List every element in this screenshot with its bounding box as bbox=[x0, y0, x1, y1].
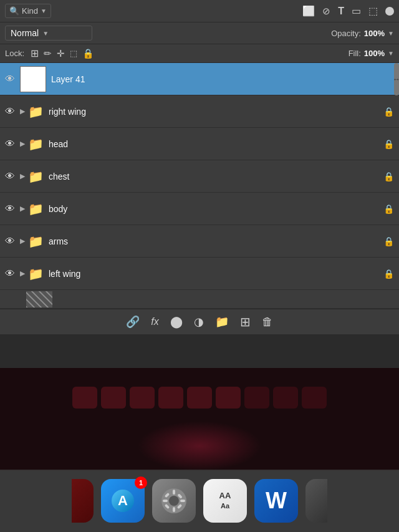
layer-item[interactable]: 👁 ▶ 📁 head 🔒 bbox=[0, 128, 399, 160]
canvas-area bbox=[0, 368, 399, 471]
lock-badge-icon: 🔒 bbox=[383, 236, 394, 246]
layer-name: left wing bbox=[49, 269, 383, 279]
lock-all-icon[interactable]: 🔒 bbox=[82, 48, 94, 59]
key bbox=[187, 387, 212, 409]
artboard-icon[interactable]: ⬚ bbox=[368, 5, 378, 17]
folder-icon: 📁 bbox=[28, 234, 44, 249]
svg-rect-5 bbox=[173, 507, 175, 512]
layer-name: head bbox=[49, 139, 383, 149]
visibility-icon[interactable]: 👁 bbox=[5, 106, 15, 117]
fx-button[interactable]: fx bbox=[151, 316, 158, 327]
visibility-icon[interactable]: 👁 bbox=[5, 203, 15, 215]
visibility-icon[interactable]: 👁 bbox=[5, 138, 15, 150]
key bbox=[273, 387, 298, 409]
new-group-icon[interactable]: 📁 bbox=[215, 315, 229, 329]
svg-rect-6 bbox=[163, 500, 168, 502]
layer-name: chest bbox=[49, 172, 383, 181]
layer-list: 👁 Layer 41 ↔ 👁 ▶ 📁 right wing 🔒 👁 ▶ 📁 he… bbox=[0, 63, 399, 290]
scroll-handle[interactable]: ↔ bbox=[394, 63, 399, 95]
expand-icon[interactable]: ▶ bbox=[20, 205, 25, 213]
layer-item[interactable]: 👁 ▶ 📁 chest 🔒 bbox=[0, 160, 399, 193]
dock-item-fontbook[interactable]: AAAa bbox=[203, 479, 247, 523]
layer-item[interactable]: 👁 ▶ 📁 left wing 🔒 bbox=[0, 258, 399, 290]
key bbox=[302, 387, 327, 409]
canvas-glow bbox=[137, 421, 262, 471]
fill-circle-icon[interactable]: ⬤ bbox=[170, 315, 183, 329]
lock-label: Lock: bbox=[5, 49, 24, 58]
layer-item[interactable]: 👁 ▶ 📁 right wing 🔒 bbox=[0, 95, 399, 128]
dock-item-settings[interactable] bbox=[152, 479, 196, 523]
lock-badge-icon: 🔒 bbox=[383, 139, 394, 149]
toolbar-row1: 🔍 Kind ▼ ⬜ ⊘ T ▭ ⬚ bbox=[0, 0, 399, 22]
dock-item-app-store[interactable]: A 1 bbox=[101, 479, 145, 523]
layer-name: arms bbox=[49, 236, 383, 246]
svg-text:A: A bbox=[118, 493, 128, 508]
expand-icon[interactable]: ▶ bbox=[20, 172, 25, 180]
expand-icon[interactable]: ▶ bbox=[20, 107, 25, 115]
svg-rect-4 bbox=[173, 490, 175, 495]
type-icon[interactable]: T bbox=[338, 6, 344, 17]
scroll-arrow-icon: ↔ bbox=[393, 75, 399, 84]
expand-icon[interactable]: ▶ bbox=[20, 269, 25, 278]
link-icon[interactable]: 🔗 bbox=[126, 315, 140, 329]
folder-icon: 📁 bbox=[28, 137, 44, 152]
keyboard-area bbox=[0, 374, 399, 421]
layer-thumbnail bbox=[20, 66, 46, 92]
fill-value: 100% bbox=[364, 49, 385, 58]
kind-label: Kind bbox=[22, 6, 38, 16]
image-icon[interactable]: ⬜ bbox=[302, 5, 315, 17]
lock-badge-icon: 🔒 bbox=[383, 172, 394, 181]
filter-circle-icon[interactable] bbox=[385, 7, 394, 16]
svg-point-3 bbox=[169, 496, 179, 506]
key bbox=[72, 387, 97, 409]
app-store-badge: 1 bbox=[135, 476, 147, 489]
layer-item[interactable]: 👁 ▶ 📁 arms 🔒 bbox=[0, 225, 399, 258]
layer-partial bbox=[0, 290, 399, 309]
visibility-icon[interactable]: 👁 bbox=[5, 171, 15, 182]
delete-layer-icon[interactable]: 🗑 bbox=[262, 316, 273, 329]
toolbar-icons: ⬜ ⊘ T ▭ ⬚ bbox=[57, 5, 394, 17]
dock: A 1 AAAa W bbox=[0, 470, 399, 532]
circle-slash-icon[interactable]: ⊘ bbox=[322, 6, 330, 17]
key bbox=[101, 387, 126, 409]
blend-mode-dropdown[interactable]: Normal ▼ bbox=[5, 26, 92, 41]
visibility-icon[interactable]: 👁 bbox=[5, 268, 15, 279]
search-icon: 🔍 bbox=[9, 6, 19, 16]
key bbox=[130, 387, 155, 409]
dock-item-partial-right[interactable] bbox=[305, 479, 327, 523]
dock-item-word[interactable]: W bbox=[254, 479, 298, 523]
blend-chevron-icon: ▼ bbox=[42, 30, 49, 37]
word-icon: W bbox=[266, 488, 287, 514]
lock-pixels-icon[interactable]: ⊞ bbox=[31, 47, 39, 59]
layer-item[interactable]: 👁 ▶ 📁 body 🔒 bbox=[0, 193, 399, 225]
folder-icon: 📁 bbox=[28, 266, 44, 281]
svg-rect-7 bbox=[180, 500, 185, 502]
opacity-label: Opacity: bbox=[331, 29, 361, 38]
shape-icon[interactable]: ▭ bbox=[352, 5, 361, 17]
toolbar-row2: Normal ▼ Opacity: 100% ▼ bbox=[0, 22, 399, 44]
visibility-icon[interactable]: 👁 bbox=[5, 74, 15, 85]
expand-icon[interactable]: ▶ bbox=[20, 140, 25, 148]
app-store-icon: A bbox=[110, 488, 135, 513]
layer-name: body bbox=[49, 204, 383, 214]
lock-artboard-icon[interactable]: ⬚ bbox=[70, 49, 77, 58]
dock-item-partial[interactable] bbox=[72, 479, 94, 523]
blend-mode-value: Normal bbox=[11, 28, 39, 38]
kind-dropdown[interactable]: 🔍 Kind ▼ bbox=[5, 4, 51, 18]
layer-name: right wing bbox=[49, 107, 383, 117]
layer-item[interactable]: 👁 Layer 41 ↔ bbox=[0, 63, 399, 95]
expand-icon[interactable]: ▶ bbox=[20, 237, 25, 245]
layers-panel: 🔍 Kind ▼ ⬜ ⊘ T ▭ ⬚ Normal ▼ Opacity: 100… bbox=[0, 0, 399, 334]
folder-icon: 📁 bbox=[28, 104, 44, 119]
toolbar-row3: Lock: ⊞ ✏ ✛ ⬚ 🔒 Fill: 100% ▼ bbox=[0, 44, 399, 63]
settings-icon bbox=[160, 487, 188, 515]
opacity-section: Opacity: 100% ▼ bbox=[331, 29, 394, 38]
fill-chevron-icon[interactable]: ▼ bbox=[388, 50, 394, 57]
lock-paint-icon[interactable]: ✏ bbox=[44, 48, 52, 59]
add-layer-icon[interactable]: ⊞ bbox=[240, 314, 251, 329]
opacity-chevron-icon[interactable]: ▼ bbox=[388, 30, 394, 37]
lock-move-icon[interactable]: ✛ bbox=[57, 48, 65, 59]
fill-label: Fill: bbox=[349, 49, 361, 58]
adjustment-icon[interactable]: ◑ bbox=[194, 315, 204, 329]
visibility-icon[interactable]: 👁 bbox=[5, 236, 15, 247]
